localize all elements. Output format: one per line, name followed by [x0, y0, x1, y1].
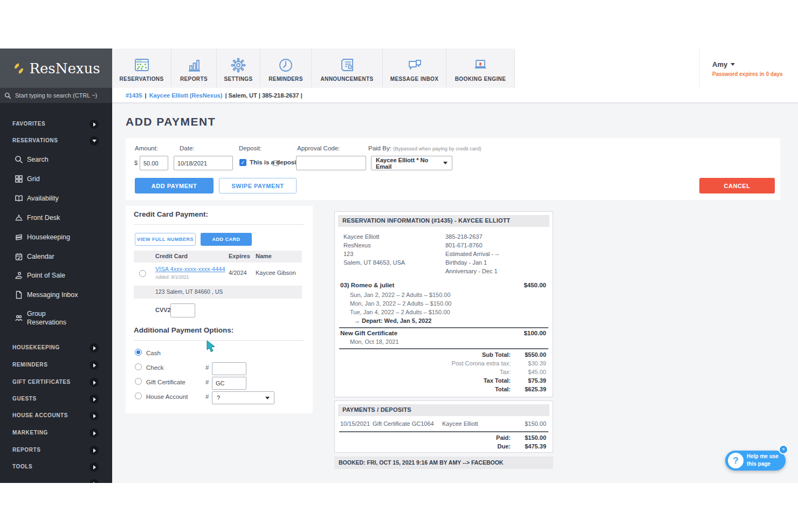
- payment-option-check: Check #: [126, 362, 313, 375]
- cash-radio[interactable]: [135, 349, 142, 356]
- tab-announcements[interactable]: ANNOUNCEMENTS: [312, 49, 383, 88]
- group-label: HOUSE ACCOUNTS: [12, 412, 68, 418]
- card-number-link[interactable]: VISA 4xxx-xxxx-xxxx-4444: [155, 266, 225, 272]
- question-mark-icon: ?: [728, 453, 744, 468]
- card-select-radio[interactable]: [139, 270, 146, 277]
- collapse-toggle-icon[interactable]: [90, 136, 99, 146]
- date-input[interactable]: [174, 156, 233, 170]
- sidebar-search[interactable]: Start typing to search (CTRL ~): [0, 88, 112, 103]
- help-button[interactable]: ? Help me usethis page ×: [725, 451, 786, 471]
- swipe-payment-button[interactable]: SWIPE PAYMENT: [219, 178, 297, 194]
- paid-by-select[interactable]: Kaycee Elliott * No Email: [371, 156, 452, 170]
- breadcrumb-reservation-id[interactable]: #1435: [126, 92, 142, 99]
- tab-reports[interactable]: REPORTS: [171, 49, 217, 88]
- sidebar-item-front-desk[interactable]: Front Desk: [0, 212, 112, 224]
- sidebar-item-calendar[interactable]: Calendar: [0, 251, 112, 263]
- tab-message-inbox[interactable]: MESSAGE INBOX: [383, 49, 446, 88]
- sidebar-group-housekeeping[interactable]: HOUSEKEEPING: [0, 343, 112, 354]
- top-header: ResNexus RESERVATIONS REPORTS: [0, 49, 798, 88]
- approval-code-input[interactable]: [296, 156, 366, 170]
- sidebar-item-search[interactable]: Search: [0, 154, 112, 166]
- expand-toggle-icon[interactable]: [90, 120, 99, 129]
- number-sign: #: [205, 364, 209, 371]
- close-icon[interactable]: ×: [779, 445, 788, 454]
- sidebar-item-grid[interactable]: Grid: [0, 174, 112, 185]
- tax-total-label: Tax Total:: [484, 377, 511, 384]
- user-menu-chevron-icon: [731, 63, 735, 66]
- sidebar-item-messaging-inbox[interactable]: Messaging Inbox: [0, 289, 112, 301]
- paid-by-label: Paid By: (Bypassed when paying by credit…: [368, 145, 481, 151]
- expand-toggle-icon[interactable]: [90, 361, 99, 370]
- expand-toggle-icon[interactable]: [90, 395, 99, 404]
- tab-label: BOOKING ENGINE: [455, 76, 506, 82]
- group-label: RESERVATIONS: [12, 137, 58, 143]
- sidebar-group-partial: [0, 479, 112, 483]
- approval-code-label: Approval Code:: [297, 145, 340, 151]
- reservation-info-header: RESERVATION INFORMATION (#1435) - KAYCEE…: [338, 215, 549, 227]
- user-menu[interactable]: Amy Password expires in 0 days: [699, 49, 798, 88]
- sidebar-item-point-of-sale[interactable]: Point of Sale: [0, 270, 112, 282]
- sidebar-item-group-reservations[interactable]: Group Reservations: [0, 308, 112, 329]
- extra-tax-value: $30.39: [528, 360, 546, 367]
- breadcrumb-guest-link[interactable]: Kaycee Elliott (ResNexus): [149, 92, 223, 99]
- gift-certificate-price: $100.00: [524, 330, 546, 336]
- tab-label: REMINDERS: [269, 76, 303, 82]
- expand-toggle-icon[interactable]: [90, 343, 99, 353]
- amount-input[interactable]: [140, 156, 168, 170]
- sidebar-item-housekeeping[interactable]: Housekeeping: [0, 232, 112, 244]
- tab-label: RESERVATIONS: [119, 76, 163, 82]
- expand-toggle-icon[interactable]: [90, 462, 99, 472]
- room-title: 03) Romeo & juliet: [340, 282, 394, 288]
- depart-line: → Depart: Wed, Jan 5, 2022: [354, 317, 431, 324]
- check-radio[interactable]: [135, 363, 142, 370]
- sidebar-group-favorites[interactable]: FAVORITES: [0, 119, 112, 130]
- resnexus-logo[interactable]: ResNexus: [0, 49, 112, 88]
- expand-toggle-icon[interactable]: [90, 479, 99, 483]
- sidebar-group-guests[interactable]: GUESTS: [0, 394, 112, 405]
- paid-value: $150.00: [525, 434, 546, 441]
- expand-toggle-icon[interactable]: [90, 446, 99, 455]
- booked-status-bar: BOOKED: FRI, OCT 15, 2021 9:16 AM BY AMY…: [334, 457, 553, 469]
- sidebar-group-gift-certificates[interactable]: GIFT CERTIFICATES: [0, 377, 112, 388]
- cancel-button[interactable]: CANCEL: [699, 178, 775, 194]
- gift-certificate-number-input[interactable]: [212, 377, 246, 390]
- reservations-grid-icon: [133, 57, 150, 74]
- sidebar-group-tools[interactable]: TOOLS: [0, 462, 112, 473]
- guest-line: Salem, UT 84653, USA: [343, 258, 405, 267]
- sidebar-group-reports[interactable]: REPORTS: [0, 445, 112, 456]
- cvv2-input[interactable]: [170, 303, 195, 317]
- view-full-numbers-button[interactable]: VIEW FULL NUMBERS: [135, 233, 196, 246]
- add-card-button[interactable]: ADD CARD: [201, 233, 252, 246]
- sidebar-group-house-accounts[interactable]: HOUSE ACCOUNTS: [0, 411, 112, 422]
- house-account-radio[interactable]: [135, 392, 142, 399]
- sidebar-group-marketing[interactable]: MARKETING: [0, 428, 112, 439]
- divider: [134, 224, 305, 225]
- grid-icon: [15, 175, 23, 183]
- tab-reservations[interactable]: RESERVATIONS: [112, 49, 171, 88]
- paid-by-note: (Bypassed when paying by credit card): [393, 146, 481, 151]
- expand-toggle-icon[interactable]: [90, 411, 99, 420]
- help-text-line2: this page: [747, 461, 771, 467]
- expand-toggle-icon[interactable]: [90, 378, 99, 387]
- check-number-input[interactable]: [212, 362, 246, 375]
- tab-booking-engine[interactable]: BOOKING ENGINE: [446, 49, 515, 88]
- calendar-icon: [15, 252, 23, 261]
- deposit-checkbox[interactable]: ✓: [239, 159, 246, 166]
- divider: [134, 340, 305, 341]
- gift-certificate-radio[interactable]: [135, 378, 142, 385]
- sidebar-group-reminders[interactable]: REMINDERS: [0, 360, 112, 371]
- sidebar-item-availability[interactable]: Availability: [0, 193, 112, 205]
- help-text-line1: Help me use: [747, 453, 779, 459]
- chat-bubbles-icon: [406, 57, 423, 74]
- add-payment-button[interactable]: ADD PAYMENT: [135, 178, 214, 194]
- payment-amount: $150.00: [525, 420, 546, 427]
- credit-card-panel: Credit Card Payment: VIEW FULL NUMBERS A…: [126, 206, 313, 413]
- sidebar-group-reservations[interactable]: RESERVATIONS: [0, 136, 112, 147]
- house-account-select[interactable]: ?: [212, 391, 274, 404]
- tab-label: SETTINGS: [224, 76, 252, 82]
- expand-toggle-icon[interactable]: [90, 429, 99, 438]
- tab-settings[interactable]: SETTINGS: [217, 49, 260, 88]
- tab-reminders[interactable]: REMINDERS: [260, 49, 312, 88]
- detail-line: Anniversary - Dec 1: [445, 267, 499, 275]
- group-label: HOUSEKEEPING: [12, 344, 60, 350]
